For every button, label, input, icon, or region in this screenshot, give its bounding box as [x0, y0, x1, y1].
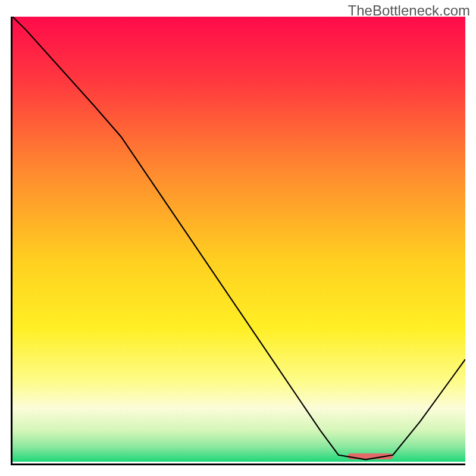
- plot-area: [11, 17, 465, 465]
- chart-container: TheBottleneck.com: [0, 0, 476, 476]
- watermark-text: TheBottleneck.com: [348, 2, 470, 19]
- gradient-rect: [12, 17, 465, 462]
- chart-svg: [12, 17, 465, 464]
